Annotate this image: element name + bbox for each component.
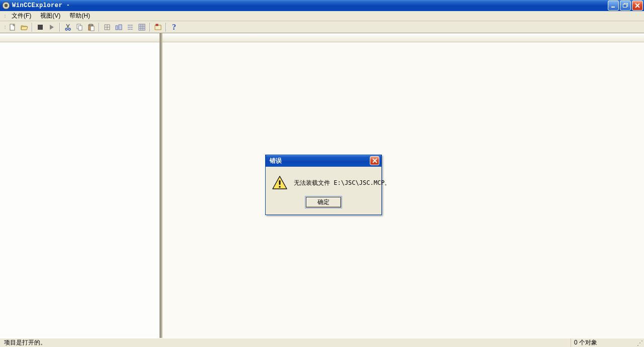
minimize-button[interactable] <box>608 1 619 11</box>
svg-rect-19 <box>156 24 158 26</box>
svg-rect-4 <box>623 5 626 8</box>
toolbar: ⋮ ? <box>0 21 644 33</box>
error-dialog: 错误 无法装载文件 E:\JSC\JSC.MCP。 确定 <box>265 155 382 215</box>
content-panel[interactable] <box>162 33 644 338</box>
play-button[interactable] <box>46 22 57 33</box>
menu-bar: ⋮ 文件(F) 视图(V) 帮助(H) <box>0 11 644 21</box>
copy-button[interactable] <box>74 22 85 33</box>
window-title: WinCCExplorer - <box>12 2 70 9</box>
svg-rect-20 <box>279 180 281 185</box>
cut-button[interactable] <box>62 22 73 33</box>
tree-panel[interactable] <box>0 33 161 338</box>
svg-rect-12 <box>90 24 92 26</box>
properties-button[interactable] <box>152 22 164 33</box>
dialog-message: 无法装载文件 E:\JSC\JSC.MCP。 <box>294 179 390 187</box>
svg-point-7 <box>65 28 67 30</box>
tree-header <box>0 33 159 42</box>
app-icon <box>2 2 10 10</box>
new-button[interactable] <box>7 22 18 33</box>
svg-rect-17 <box>139 24 145 30</box>
toolbar-separator <box>166 23 167 32</box>
tool-button-2[interactable] <box>113 22 124 33</box>
svg-rect-6 <box>38 25 43 30</box>
tool-button-1[interactable] <box>102 22 113 33</box>
toolbar-separator <box>59 23 60 32</box>
menu-help[interactable]: 帮助(H) <box>65 11 94 21</box>
dialog-close-button[interactable] <box>370 156 379 165</box>
toolbar-grip-icon: ⋮ <box>3 25 6 29</box>
toolbar-separator <box>99 23 100 32</box>
close-button[interactable] <box>632 1 643 11</box>
window-titlebar: WinCCExplorer - <box>0 0 644 11</box>
menu-file[interactable]: 文件(F) <box>8 11 35 21</box>
svg-rect-15 <box>116 26 118 30</box>
status-right: 0 个对象 <box>571 338 636 347</box>
menu-grip-icon: ⋮ <box>3 14 6 18</box>
dialog-title: 错误 <box>270 157 282 165</box>
svg-rect-3 <box>624 4 627 7</box>
warning-icon <box>272 175 288 191</box>
resize-grip-icon: ⋰ <box>636 339 644 346</box>
dialog-titlebar[interactable]: 错误 <box>266 155 381 167</box>
paste-button[interactable] <box>86 22 97 33</box>
toolbar-separator <box>32 23 33 32</box>
svg-rect-2 <box>611 7 615 8</box>
status-left: 项目是打开的。 <box>1 338 49 347</box>
svg-rect-16 <box>119 25 122 30</box>
restore-button[interactable] <box>620 1 631 11</box>
tool-button-4[interactable] <box>136 22 147 33</box>
menu-view[interactable]: 视图(V) <box>36 11 64 21</box>
svg-point-1 <box>5 4 8 7</box>
toolbar-separator <box>149 23 150 32</box>
content-header <box>163 33 644 42</box>
svg-point-21 <box>279 186 281 188</box>
open-button[interactable] <box>19 22 30 33</box>
help-button[interactable]: ? <box>169 22 180 33</box>
svg-rect-10 <box>78 26 82 30</box>
status-bar: 项目是打开的。 0 个对象 ⋰ <box>0 338 644 347</box>
svg-point-8 <box>68 28 70 30</box>
svg-rect-13 <box>91 26 94 31</box>
tool-button-3[interactable] <box>125 22 136 33</box>
ok-button[interactable]: 确定 <box>306 197 341 207</box>
stop-button[interactable] <box>35 22 46 33</box>
